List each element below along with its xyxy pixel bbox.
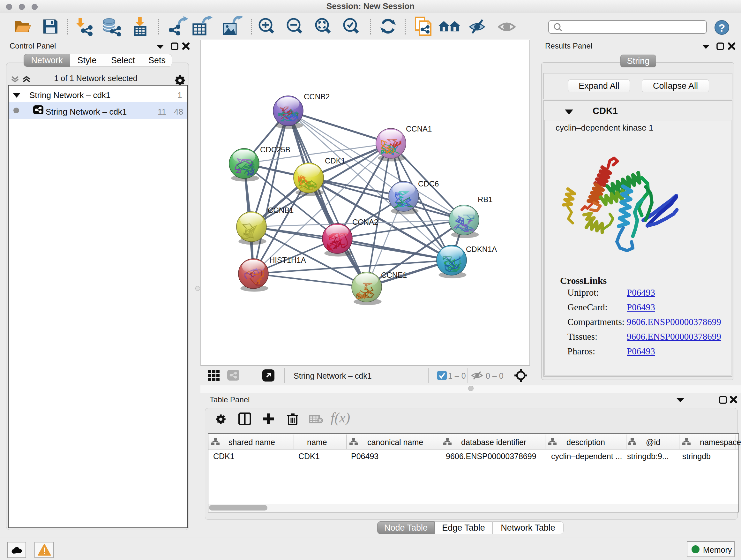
svg-text:CCNE1: CCNE1 [381, 271, 407, 279]
svg-text:HIST1H1A: HIST1H1A [269, 256, 306, 264]
svg-text:CDK1: CDK1 [325, 157, 345, 165]
svg-text:CDKN1A: CDKN1A [466, 245, 497, 253]
svg-text:CDC25B: CDC25B [260, 145, 290, 154]
svg-text:CCNB1: CCNB1 [268, 206, 293, 214]
svg-text:CCNA1: CCNA1 [406, 125, 432, 133]
svg-text:RB1: RB1 [478, 195, 493, 204]
svg-text:CCNB2: CCNB2 [304, 92, 330, 101]
svg-text:CCNA2: CCNA2 [352, 218, 378, 226]
svg-text:CDC6: CDC6 [418, 179, 439, 188]
